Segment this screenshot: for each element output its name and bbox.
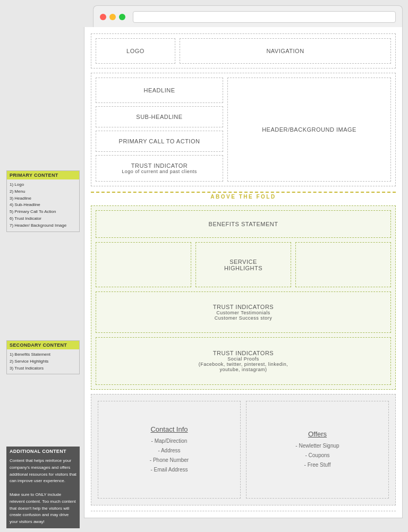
sidebar-primary: PRIMARY CONTENT 1) Logo2) Menu3) Headlin… [6, 170, 80, 232]
trust-ind-1-line1: Customer Testimonials [216, 310, 270, 315]
sidebar-additional-title: ADDITIONAL CONTENT [7, 447, 79, 456]
subheadline-box: SUB-HEADLINE [96, 106, 223, 127]
offers-item-2: - Coupons [305, 451, 329, 460]
header-bg-label: HEADER/BACKGROUND IMAGE [262, 126, 356, 133]
benefits-box: BENEFITS STATEMENT [96, 210, 391, 238]
sidebar-secondary: SECONDARY CONTENT 1) Benefits Statement2… [6, 340, 80, 374]
top-nav-row: LOGO NAVIGATION [91, 33, 396, 68]
logo-box: LOGO [96, 38, 175, 64]
trust-ind-2-line1: Social Proofs [227, 356, 259, 362]
bottom-section: Contact Info - Map/Direction - Address -… [91, 394, 396, 505]
header-left: HEADLINE SUB-HEADLINE PRIMARY CALL TO AC… [96, 78, 223, 182]
contact-item-3: - Phone Number [150, 456, 189, 465]
list-item: 1) Logo2) Menu3) Headline4) Sub-Headline… [10, 182, 76, 229]
sidebar-primary-content: 1) Logo2) Menu3) Headline4) Sub-Headline… [7, 179, 79, 231]
bottom-dashed-line [91, 511, 396, 511]
trust-ind-2-line3: youtube, instagram) [219, 367, 267, 372]
sidebar-additional: ADDITIONAL CONTENT Content that helps re… [6, 447, 80, 528]
service-col-1 [96, 242, 191, 287]
service-row: SERVICE HIGHLIGHTS [96, 242, 391, 287]
offers-item-1: - Newletter Signup [295, 441, 339, 451]
offers-item-3: - Free Stuff [304, 460, 331, 470]
offers-col: Offers - Newletter Signup - Coupons - Fr… [246, 401, 389, 499]
benefits-label: BENEFITS STATEMENT [209, 221, 278, 227]
trust-indicator-title: TRUST INDICATOR [131, 162, 188, 169]
fold-label: ABOVE THE FOLD [205, 194, 281, 200]
traffic-light-green [119, 14, 125, 20]
contact-col: Contact Info - Map/Direction - Address -… [98, 401, 241, 499]
trust-ind-1-title: TRUST INDICATORS [213, 304, 274, 310]
below-fold-section: BENEFITS STATEMENT SERVICE HIGHLIGHTS TR… [91, 205, 396, 390]
cta-label: PRIMARY CALL TO ACTION [119, 138, 200, 144]
offers-title: Offers [308, 430, 327, 438]
trust-ind-1-line2: Customer Success story [215, 315, 273, 321]
sidebar-secondary-title: SECONDARY CONTENT [7, 341, 79, 349]
traffic-light-yellow [109, 14, 116, 20]
headline-box: HEADLINE [96, 78, 223, 103]
sidebar-primary-title: PRIMARY CONTENT [7, 171, 79, 179]
trust-indicator-box: TRUST INDICATOR Logo of current and past… [96, 155, 223, 182]
sidebar-additional-content: Content that helps reinforce your compan… [7, 456, 79, 528]
trust-ind-2-title: TRUST INDICATORS [213, 350, 274, 356]
wireframe-main: LOGO NAVIGATION HEADLINE SUB-HEADLINE PR… [84, 27, 403, 518]
additional-desc1: Content that helps reinforce your compan… [10, 458, 76, 483]
header-bg-box: HEADER/BACKGROUND IMAGE [227, 78, 391, 182]
additional-desc2: Make sure to ONLY include relevent conte… [10, 492, 75, 524]
list-item: 1) Benefits Statement2) Service Highligh… [10, 351, 76, 372]
sidebar-secondary-content: 1) Benefits Statement2) Service Highligh… [7, 349, 79, 374]
browser-chrome [93, 5, 403, 27]
cta-box: PRIMARY CALL TO ACTION [96, 131, 223, 152]
traffic-light-red [100, 14, 106, 20]
header-section: HEADLINE SUB-HEADLINE PRIMARY CALL TO AC… [91, 73, 396, 186]
trust-ind-2-line2: (Facebook, twitter, pinterest, linkedin, [199, 362, 288, 367]
contact-item-1: - Map/Direction [151, 436, 188, 446]
navigation-label: NAVIGATION [266, 48, 304, 54]
subheadline-label: SUB-HEADLINE [136, 114, 182, 120]
navigation-box: NAVIGATION [180, 38, 391, 64]
contact-item-4: - Email Address [150, 465, 188, 475]
contact-item-2: - Address [158, 446, 180, 456]
trust-indicators-2-box: TRUST INDICATORS Social Proofs (Facebook… [96, 337, 391, 385]
fold-line: ABOVE THE FOLD [91, 192, 396, 200]
address-bar[interactable] [133, 11, 396, 23]
contact-title: Contact Info [150, 425, 188, 433]
service-col-2: SERVICE HIGHLIGHTS [196, 242, 291, 287]
service-col-3 [295, 242, 391, 287]
logo-label: LOGO [126, 48, 144, 54]
trust-indicator-subtitle: Logo of current and past clients [122, 169, 197, 174]
headline-label: HEADLINE [143, 87, 175, 93]
trust-indicators-1-box: TRUST INDICATORS Customer Testimonials C… [96, 291, 391, 333]
service-highlights-label: SERVICE HIGHLIGHTS [224, 259, 262, 271]
